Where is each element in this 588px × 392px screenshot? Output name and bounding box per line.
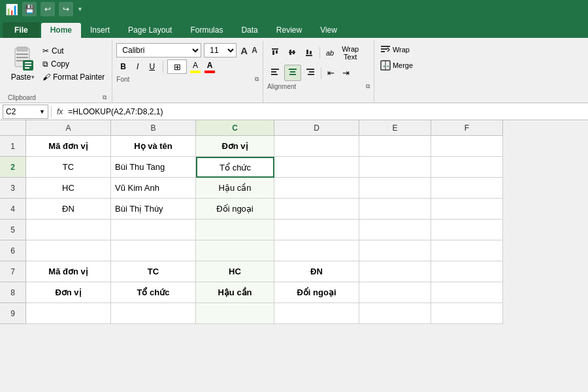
cell-d6[interactable] [274, 240, 359, 261]
merge-center-button[interactable]: aa Merge [378, 59, 429, 72]
cell-c3[interactable]: Hậu cần [196, 178, 274, 199]
cell-b3[interactable]: Vũ Kim Anh [111, 178, 196, 199]
tab-home[interactable]: Home [41, 23, 81, 38]
tab-formulas[interactable]: Formulas [181, 23, 232, 38]
cell-e8[interactable] [359, 282, 431, 303]
format-painter-button[interactable]: 🖌 Format Painter [41, 71, 106, 83]
cell-f5[interactable] [431, 220, 503, 240]
undo-button[interactable]: ↩ [41, 2, 55, 16]
cell-e9[interactable] [359, 303, 431, 324]
align-bottom-button[interactable] [301, 46, 317, 61]
cell-a3[interactable]: HC [26, 178, 111, 199]
row-header-3[interactable]: 3 [0, 178, 26, 199]
cell-a8[interactable]: Đơn vị [26, 282, 111, 303]
col-header-a[interactable]: A [26, 120, 111, 136]
cell-d1[interactable] [274, 136, 359, 157]
copy-button[interactable]: ⧉ Copy [41, 58, 106, 70]
alignment-expand-icon[interactable]: ⧉ [366, 83, 370, 90]
font-family-select[interactable]: Calibri [116, 43, 201, 57]
italic-button[interactable]: I [133, 60, 142, 73]
cell-c1[interactable]: Đơn vị [196, 136, 274, 157]
cell-e7[interactable] [359, 261, 431, 282]
name-box-dropdown-icon[interactable]: ▼ [39, 105, 45, 119]
cell-b7[interactable]: TC [111, 261, 196, 282]
cell-e5[interactable] [359, 220, 431, 240]
cell-e2[interactable] [359, 157, 431, 178]
increase-indent-button[interactable]: ⇥ [339, 66, 353, 80]
tab-data[interactable]: Data [232, 23, 267, 38]
cell-a7[interactable]: Mã đơn vị [26, 261, 111, 282]
cell-d7[interactable]: ĐN [274, 261, 359, 282]
decrease-font-size-button[interactable]: A [250, 45, 259, 56]
wrap-text-button-2[interactable]: Wrap [378, 43, 429, 56]
redo-button[interactable]: ↪ [59, 2, 73, 16]
cell-e6[interactable] [359, 240, 431, 261]
cell-e4[interactable] [359, 199, 431, 220]
font-expand-icon[interactable]: ⧉ [255, 76, 259, 83]
col-header-d[interactable]: D [274, 120, 359, 136]
cell-a2[interactable]: TC [26, 157, 111, 178]
cell-b5[interactable] [111, 220, 196, 240]
cell-c2[interactable]: Tổ chức [196, 157, 274, 178]
tab-review[interactable]: Review [267, 23, 311, 38]
cell-a4[interactable]: ĐN [26, 199, 111, 220]
row-header-7[interactable]: 7 [0, 261, 26, 282]
cell-d9[interactable] [274, 303, 359, 324]
border-button[interactable]: ⊞ [167, 59, 187, 74]
cell-f8[interactable] [431, 282, 503, 303]
row-header-4[interactable]: 4 [0, 199, 26, 220]
col-header-f[interactable]: F [431, 120, 503, 136]
name-box[interactable]: C2 ▼ [3, 105, 48, 119]
tab-insert[interactable]: Insert [81, 23, 119, 38]
cell-f4[interactable] [431, 199, 503, 220]
fill-color-button[interactable]: A [189, 60, 201, 74]
row-header-9[interactable]: 9 [0, 303, 26, 324]
row-header-5[interactable]: 5 [0, 220, 26, 240]
cell-a6[interactable] [26, 240, 111, 261]
cell-b8[interactable]: Tổ chức [111, 282, 196, 303]
cell-b2[interactable]: Bùi Thu Tang [111, 157, 196, 178]
cell-c4[interactable]: Đối ngoại [196, 199, 274, 220]
row-header-2[interactable]: 2 [0, 157, 26, 178]
row-header-8[interactable]: 8 [0, 282, 26, 303]
cell-b9[interactable] [111, 303, 196, 324]
cell-a5[interactable] [26, 220, 111, 240]
cell-b1[interactable]: Họ và tên [111, 136, 196, 157]
cell-c7[interactable]: HC [196, 261, 274, 282]
cell-c6[interactable] [196, 240, 274, 261]
formula-input[interactable] [68, 105, 585, 119]
align-center-button[interactable] [284, 65, 301, 81]
tab-file[interactable]: File [3, 22, 40, 38]
align-middle-button[interactable] [284, 46, 300, 61]
cell-c9[interactable] [196, 303, 274, 324]
bold-button[interactable]: B [116, 60, 130, 73]
cell-c8[interactable]: Hậu cần [196, 282, 274, 303]
cell-d2[interactable] [274, 157, 359, 178]
cell-d4[interactable] [274, 199, 359, 220]
cell-a9[interactable] [26, 303, 111, 324]
row-header-1[interactable]: 1 [0, 136, 26, 157]
cell-d8[interactable]: Đối ngoại [274, 282, 359, 303]
cell-f2[interactable] [431, 157, 503, 178]
col-header-b[interactable]: B [111, 120, 196, 136]
cell-b6[interactable] [111, 240, 196, 261]
paste-button[interactable]: Paste ▾ [8, 43, 38, 94]
cell-b4[interactable]: Bùi Thị Thúy [111, 199, 196, 220]
cell-c5[interactable] [196, 220, 274, 240]
cut-button[interactable]: ✂ Cut [41, 45, 106, 57]
col-header-c[interactable]: C [196, 120, 274, 136]
underline-button[interactable]: U [145, 60, 159, 73]
orientation-button[interactable]: ab [323, 47, 337, 59]
cell-f3[interactable] [431, 178, 503, 199]
tab-page-layout[interactable]: Page Layout [119, 23, 181, 38]
cell-e1[interactable] [359, 136, 431, 157]
cell-d5[interactable] [274, 220, 359, 240]
cell-e3[interactable] [359, 178, 431, 199]
align-top-button[interactable] [267, 46, 283, 61]
tab-view[interactable]: View [311, 23, 346, 38]
font-color-button[interactable]: A [204, 60, 216, 74]
cell-d3[interactable] [274, 178, 359, 199]
col-header-e[interactable]: E [359, 120, 431, 136]
wrap-text-button[interactable]: WrapText [338, 43, 362, 63]
font-size-select[interactable]: 11 [204, 43, 237, 57]
